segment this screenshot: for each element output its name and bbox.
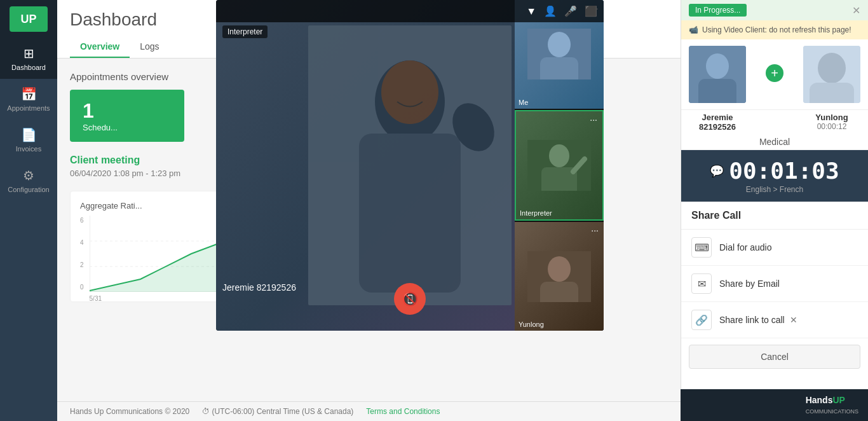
thumbnail-interpreter[interactable]: ··· Interpreter [515, 110, 604, 221]
dial-for-audio-label: Dial for audio [719, 242, 772, 252]
language-pair: English > French [689, 185, 860, 194]
yunlong-info: Yunlong 00:00:12 [803, 113, 860, 132]
thumbnail-yunlong-label: Yunlong [519, 321, 544, 328]
svg-point-17 [548, 256, 571, 282]
sidebar-item-configuration[interactable]: ⚙ Configuration [0, 160, 57, 201]
sidebar-item-label: Configuration [8, 186, 49, 193]
tab-logs[interactable]: Logs [130, 36, 169, 58]
yunlong-name: Yunlong [803, 113, 860, 122]
interpreter-badge: Interpreter [222, 25, 268, 38]
tab-overview[interactable]: Overview [70, 36, 130, 58]
main-video-person [308, 25, 512, 305]
sidebar-item-label: Appointments [7, 104, 50, 112]
logo-image: UP [10, 6, 48, 32]
jeremie-name: Jeremie 82192526 [689, 113, 746, 132]
share-by-email-label: Share by Email [719, 279, 780, 289]
in-progress-badge: In Progress... [689, 4, 747, 17]
end-call-icon: 📵 [402, 291, 418, 307]
sidebar-logo: UP [0, 0, 57, 38]
sidebar-item-appointments[interactable]: 📅 Appointments [0, 79, 57, 120]
main-video-label: Jeremie 82192526 [222, 282, 296, 293]
chart-y-mid: 4 [80, 239, 84, 246]
cancel-button[interactable]: Cancel [689, 345, 860, 369]
share-call-section: Share Call ⌨ Dial for audio ✉ Share by E… [681, 202, 868, 375]
svg-rect-24 [810, 83, 854, 103]
footer-company: Hands Up Communications © 2020 [70, 407, 189, 416]
svg-rect-21 [698, 79, 736, 103]
fullscreen-icon[interactable]: ⬛ [585, 5, 597, 17]
scheduled-label: Schedu... [83, 123, 172, 132]
video-toolbar: ▼ 👤 🎤 ⬛ [216, 0, 604, 22]
share-call-header: Share Call [681, 202, 868, 230]
thumbnail-me-label: Me [519, 99, 528, 106]
video-thumbnails: ··· Me ··· Interpret [515, 0, 604, 331]
invoices-icon: 📄 [21, 127, 37, 142]
in-progress-bar: In Progress... ✕ [681, 0, 868, 20]
add-participant-button[interactable]: + [766, 64, 783, 82]
link-icon: 🔗 [691, 310, 712, 330]
chart-x-min: 5/31 [90, 295, 102, 302]
jeremie-info: Jeremie 82192526 [689, 113, 746, 132]
timer-row: 💬 00:01:03 [689, 158, 860, 184]
timer-icon: 💬 [710, 164, 724, 178]
sidebar: UP ⊞ Dashboard 📅 Appointments 📄 Invoices… [0, 0, 57, 421]
yunlong-time: 00:00:12 [803, 122, 860, 131]
share-link-close-icon[interactable]: ✕ [790, 315, 797, 325]
dial-icon: ⌨ [691, 237, 712, 258]
avatar-yunlong [803, 46, 860, 103]
svg-point-20 [706, 53, 729, 79]
svg-point-13 [549, 144, 569, 167]
share-link-row: Share link to call ✕ [719, 315, 797, 325]
handsup-subtitle: COMMUNICATIONS [806, 408, 858, 415]
handsup-text: HandsUP COMMUNICATIONS [806, 395, 858, 415]
user-icon[interactable]: 👤 [544, 5, 557, 17]
thumbnail-yunlong[interactable]: ··· Yunlong [515, 222, 604, 331]
thumbnail-yunlong-more-icon[interactable]: ··· [591, 225, 599, 235]
appointments-icon: 📅 [21, 86, 37, 102]
svg-point-23 [818, 53, 846, 83]
participant-yunlong-container [803, 46, 860, 103]
dropdown-icon[interactable]: ▼ [526, 6, 536, 17]
thumbnail-interpreter-label: Interpreter [520, 209, 552, 217]
share-link-label: Share link to call [719, 315, 785, 325]
svg-rect-6 [359, 134, 461, 293]
jeremie-avatar-svg [689, 46, 746, 103]
dial-for-audio-option[interactable]: ⌨ Dial for audio [681, 230, 868, 266]
thumbnail-interpreter-person [516, 111, 602, 220]
sidebar-item-invoices[interactable]: 📄 Invoices [0, 120, 57, 160]
svg-point-8 [381, 60, 438, 124]
configuration-icon: ⚙ [23, 168, 34, 183]
mic-icon[interactable]: 🎤 [564, 5, 577, 17]
footer-timezone: ⏱ (UTC-06:00) Central Time (US & Canada) [202, 407, 353, 416]
video-overlay: ▼ 👤 🎤 ⬛ Interpreter Jeremie 82192526 📵 ·… [216, 0, 604, 331]
sidebar-item-label: Invoices [16, 145, 41, 153]
handsup-up: UP [832, 395, 844, 405]
footer: Hands Up Communications © 2020 ⏱ (UTC-06… [57, 401, 681, 421]
share-link-option[interactable]: 🔗 Share link to call ✕ [681, 302, 868, 338]
me-person-svg [527, 29, 591, 79]
handsup-hands: Hands [806, 395, 833, 405]
interpreter-person-svg [527, 140, 591, 191]
handsup-logo: HandsUP COMMUNICATIONS [681, 389, 868, 421]
participants-row: + [681, 39, 868, 110]
logo-text: UP [20, 13, 36, 26]
thumbnail-yunlong-person [515, 222, 604, 331]
email-icon: ✉ [691, 273, 712, 294]
video-notice-text: Using Video Client: do not refresh this … [702, 25, 851, 34]
scheduled-count: 1 [83, 99, 172, 123]
participants-names-row: Jeremie 82192526 Yunlong 00:00:12 [681, 110, 868, 134]
add-participant-area: + [752, 64, 797, 85]
svg-rect-11 [540, 57, 578, 79]
end-call-button[interactable]: 📵 [394, 283, 426, 315]
footer-terms-link[interactable]: Terms and Conditions [366, 407, 440, 416]
sidebar-item-dashboard[interactable]: ⊞ Dashboard [0, 38, 57, 79]
svg-point-10 [548, 32, 571, 57]
close-icon[interactable]: ✕ [852, 4, 860, 17]
share-by-email-option[interactable]: ✉ Share by Email [681, 266, 868, 302]
dashboard-icon: ⊞ [24, 46, 34, 61]
sidebar-item-label: Dashboard [11, 64, 46, 71]
thumbnail-interpreter-more-icon[interactable]: ··· [590, 114, 597, 125]
chart-y-low: 2 [80, 261, 84, 268]
svg-rect-18 [540, 282, 578, 302]
chart-y-zero: 0 [80, 284, 84, 291]
